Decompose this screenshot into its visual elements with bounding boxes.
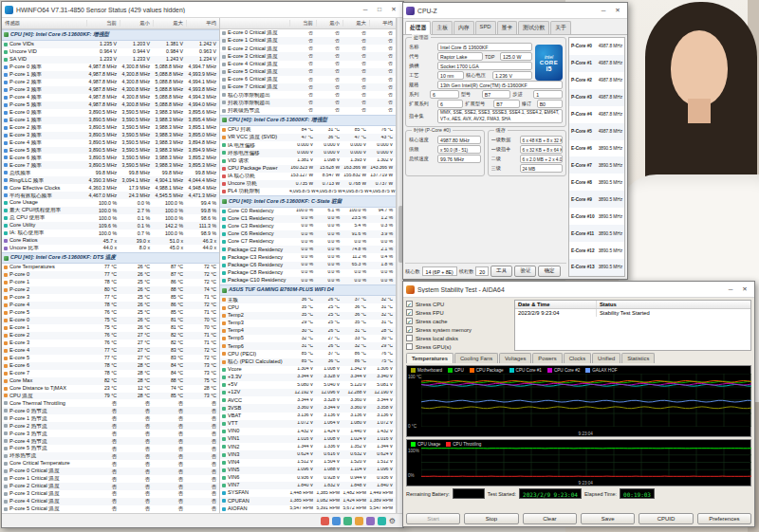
sensor-section-header[interactable]: ASUS TUF GAMING B760M-PLUS WIFI D4: [220, 284, 396, 296]
sensor-row[interactable]: Core Max82 °C28 °C88 °C75 °C: [2, 377, 219, 385]
sensor-row[interactable]: SA VID1.233 V1.233 V1.243 V1.234 V: [2, 56, 219, 64]
stress-option[interactable]: ✓Stress system memory: [406, 326, 510, 333]
sensor-row[interactable]: 封装功率限制超出否否否否: [220, 99, 396, 106]
tray-icon-3[interactable]: [355, 517, 363, 525]
sensor-row[interactable]: Core C0 Residency100.0 %6.1 %100.0 %94.7…: [220, 208, 396, 215]
column-header[interactable]: 最大: [342, 20, 369, 27]
core-clock-row[interactable]: E-Core #93890.5 MHz: [569, 191, 624, 208]
sensor-row[interactable]: IA 电压偏移0.000 V0.000 V0.000 V0.000 V: [220, 141, 396, 149]
sensor-row[interactable]: IA: 核心使用率100.0 %0.7 %100.0 %98.9 %: [2, 229, 219, 237]
sensor-row[interactable]: Core Utility109.6 %0.1 %142.2 %111.3 %: [2, 222, 219, 229]
sensor-row[interactable]: VIN60.936 V0.928 V0.944 V0.936 V: [220, 474, 396, 482]
sensor-row[interactable]: VIN21.344 V1.336 V1.352 V1.344 V: [220, 443, 396, 450]
sensor-row[interactable]: 总 CPU 使用率100.0 %0.1 %100.0 %98.6 %: [2, 214, 219, 222]
sensor-row[interactable]: VBAT3.136 V3.136 V3.136 V3.136 V: [220, 413, 396, 420]
aida-button-save[interactable]: Save: [581, 513, 635, 524]
sensor-row[interactable]: P-core 5 热节流否否否否: [2, 445, 219, 452]
core-clock-row[interactable]: E-Core #63890.5 MHz: [569, 140, 624, 157]
sensor-row[interactable]: CPU 封装84 °C31 °C85 °C76 °C: [220, 126, 396, 134]
sensor-row[interactable]: VIN11.016 V1.008 V1.024 V1.016 V: [220, 435, 396, 443]
sensor-row[interactable]: Core Distance to TjMAX23 °C12 °C74 °C28 …: [2, 385, 219, 393]
sensor-row[interactable]: Package C2 Residency0.0 %0.0 %74.8 %2.1 …: [220, 246, 396, 253]
sensor-row[interactable]: P-core 3 频率4,987.8 MHz4,300.8 MHz5,088.8…: [2, 86, 219, 94]
sensor-row[interactable]: P-core 178 °C25 °C86 °C72 °C: [2, 279, 219, 286]
sensor-row[interactable]: P-core 1 热节流否否否否: [2, 414, 219, 422]
sensor-row[interactable]: Temp430 °C26 °C31 °C28 °C: [220, 327, 396, 335]
sensor-row[interactable]: CPU Package Power160.323 W15.628 W163.36…: [220, 165, 396, 173]
aida-tab-4[interactable]: Clocks: [564, 353, 591, 363]
sensor-row[interactable]: Core Thermal Throttling否否否否: [2, 399, 219, 407]
sensor-row[interactable]: E-core 5 Critical 温度否否否否: [220, 68, 396, 76]
aida-button-start[interactable]: Start: [406, 513, 460, 524]
aida-button-cpuid[interactable]: CPUID: [639, 513, 693, 524]
sensor-row[interactable]: AVCC3.344 V3.328 V3.360 V3.344 V: [220, 396, 396, 404]
sensor-row[interactable]: Uncore 比率44.0 x8.0 x45.0 x44.0 x: [2, 245, 219, 252]
sensor-row[interactable]: E-core 2 Critical 温度否否否否: [220, 45, 396, 52]
tray-icon-2[interactable]: [343, 517, 352, 525]
sensor-row[interactable]: 最大 CPU/线程使用率100.0 %2.7 %100.0 %99.8 %: [2, 207, 219, 214]
aida-button-stop[interactable]: Stop: [464, 513, 518, 524]
sensor-row[interactable]: P-core 4 Critical 温度否否否否: [2, 498, 219, 505]
sensor-row[interactable]: P-core 0 Critical 温度否否否否: [2, 468, 219, 475]
sensor-row[interactable]: VIN30.624 V0.616 V0.632 V0.624 V: [220, 450, 396, 458]
sensor-row[interactable]: E-core 2 频率3,890.5 MHz3,590.5 MHz3,988.3…: [2, 124, 219, 132]
sensor-row[interactable]: E-core 7 Critical 温度否否否否: [220, 83, 396, 91]
sensor-row[interactable]: 平均有效核心频率4,467.0 MHz24.3 MHz4,545.5 MHz4,…: [2, 192, 219, 199]
cpuz-tab-5[interactable]: 测试分数: [518, 21, 549, 34]
sensor-row[interactable]: CPU35 °C25 °C36 °C31 °C: [220, 303, 396, 311]
checkbox-icon[interactable]: ✓: [406, 301, 413, 307]
sensor-row[interactable]: P-core 280 °C26 °C88 °C74 °C: [2, 286, 219, 294]
sensor-row[interactable]: P-core 5 Critical 温度否否否否: [2, 505, 219, 513]
sensor-row[interactable]: P-core 0 频率4,987.8 MHz4,300.8 MHz5,088.8…: [2, 64, 219, 71]
sensor-row[interactable]: Core Critical Temperature否否否否: [2, 460, 219, 468]
sensor-row[interactable]: SYSFAN1,448 RPM1,385 RPM1,482 RPM1,449 R…: [220, 489, 396, 497]
aida-button-preferences[interactable]: Preferences: [697, 513, 751, 524]
sensor-row[interactable]: Core VIDs1.235 V1.203 V1.381 V1.242 V: [2, 41, 219, 48]
aida-titlebar[interactable]: System Stability Test - AIDA64 ─ ✕: [403, 282, 754, 298]
cpuz-tab-6[interactable]: 关于: [550, 21, 571, 34]
checkbox-icon[interactable]: [406, 335, 413, 341]
sensor-row[interactable]: 环形电压偏移0.000 V0.000 V0.000 V0.000 V: [220, 149, 396, 156]
per-core-clock-list[interactable]: P-Core #04987.8 MHzP-Core #14987.8 MHzP-…: [568, 37, 625, 277]
core-clock-row[interactable]: E-Core #83890.5 MHz: [569, 174, 624, 191]
minimize-icon[interactable]: ─: [724, 284, 737, 295]
core-clock-row[interactable]: E-Core #133890.5 MHz: [569, 259, 624, 276]
sensor-row[interactable]: VIN71.840 V1.832 V1.848 V1.840 V: [220, 482, 396, 489]
core-clock-row[interactable]: P-Core #14987.8 MHz: [569, 55, 624, 72]
sensor-row[interactable]: VIN01.432 V1.424 V1.440 V1.432 V: [220, 428, 396, 435]
column-header[interactable]: 最小: [120, 20, 153, 27]
settings-gear-icon[interactable]: ⚙: [389, 517, 396, 525]
sensor-section-header[interactable]: CPU [#0]: Intel Core i5-13600KF: 增强型: [2, 29, 219, 41]
sensor-row[interactable]: P-core 077 °C26 °C87 °C72 °C: [2, 271, 219, 279]
sensor-row[interactable]: P-core 576 °C25 °C85 °C71 °C: [2, 309, 219, 317]
stress-option[interactable]: ✓Stress cache: [406, 318, 510, 324]
sensor-row[interactable]: E-core 577 °C27 °C83 °C72 °C: [2, 355, 219, 362]
sensor-row[interactable]: Temp329 °C25 °C35 °C31 °C: [220, 320, 396, 327]
sensor-row[interactable]: Package C3 Residency0.0 %0.0 %11.2 %0.4 …: [220, 253, 396, 261]
column-header[interactable]: 当前: [289, 20, 316, 27]
sensor-row[interactable]: Uncore VID0.964 V0.944 V0.984 V0.963 V: [2, 48, 219, 56]
sensor-row[interactable]: Core C1 Residency0.0 %0.0 %23.5 %1.2 %: [220, 215, 396, 223]
ok-button[interactable]: 确定: [538, 266, 560, 277]
sensor-row[interactable]: E-core 7 频率3,890.5 MHz3,590.5 MHz3,988.3…: [2, 161, 219, 169]
sensor-row[interactable]: Core Usage100.0 %0.0 %100.0 %99.4 %: [2, 199, 219, 207]
sensor-row[interactable]: P-core 2 频率4,987.8 MHz4,300.8 MHz5,088.8…: [2, 79, 219, 86]
checkbox-icon[interactable]: ✓: [406, 326, 413, 333]
sensor-row[interactable]: E-core 778 °C28 °C84 °C73 °C: [2, 370, 219, 377]
column-header[interactable]: 最大: [153, 20, 186, 27]
sensor-row[interactable]: Package C6 Residency0.0 %0.0 %65.3 %1.8 …: [220, 262, 396, 269]
sensor-row[interactable]: 主板36 °C26 °C37 °C32 °C: [220, 296, 396, 303]
sensor-row[interactable]: E-core 1 Critical 温度否否否否: [220, 37, 396, 45]
sensor-row[interactable]: Core C3 Residency0.0 %0.0 %5.4 %0.3 %: [220, 223, 396, 230]
sensor-row[interactable]: E-core 0 Critical 温度否否否否: [220, 29, 396, 37]
core-clock-row[interactable]: E-Core #103890.5 MHz: [569, 208, 624, 225]
core-clock-row[interactable]: P-Core #24987.8 MHz: [569, 72, 624, 89]
sensor-row[interactable]: P-core 2 Critical 温度否否否否: [2, 483, 219, 490]
stress-option[interactable]: ✓Stress CPU: [406, 301, 510, 307]
aida-tab-3[interactable]: Powers: [532, 353, 562, 363]
sensor-row[interactable]: E-core 075 °C26 °C81 °C70 °C: [2, 317, 219, 324]
sensor-row[interactable]: E-core 175 °C26 °C81 °C70 °C: [2, 324, 219, 332]
aida-tab-5[interactable]: Unified: [592, 353, 620, 363]
sensor-row[interactable]: P-core 1 Critical 温度否否否否: [2, 475, 219, 483]
close-icon[interactable]: ✕: [387, 4, 400, 15]
